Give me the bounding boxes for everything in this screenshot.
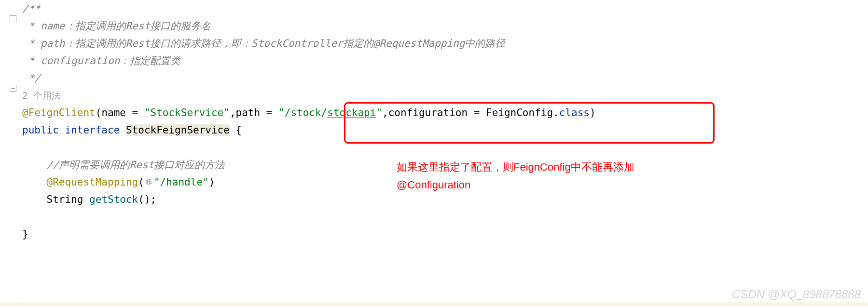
- code-line: * name：指定调用的Rest接口的服务名: [22, 17, 868, 35]
- code-line: }: [22, 226, 868, 243]
- class-name-highlight: StockFeignService: [126, 124, 230, 136]
- fold-icon[interactable]: [10, 15, 16, 22]
- watermark: CSDN @XQ_898878888: [732, 288, 861, 301]
- code-line: [22, 139, 868, 156]
- code-line: @FeignClient(name = "StockService",path …: [22, 104, 868, 121]
- code-line: [22, 208, 868, 226]
- bottom-bar: [0, 302, 868, 306]
- code-editor[interactable]: /** * name：指定调用的Rest接口的服务名 * path：指定调用的R…: [20, 0, 868, 243]
- globe-icon[interactable]: [144, 177, 154, 186]
- fold-icon[interactable]: [10, 85, 16, 92]
- code-line: /**: [22, 0, 868, 17]
- code-line: */: [22, 69, 868, 87]
- annotation-note: 如果这里指定了配置，则FeignConfig中不能再添加 @Configurat…: [397, 158, 634, 194]
- code-line: public interface StockFeignService {: [22, 121, 868, 139]
- code-line: * configuration：指定配置类: [22, 52, 868, 69]
- usages-hint[interactable]: 2 个用法: [22, 87, 868, 104]
- code-line: * path：指定调用的Rest接口的请求路径，即：StockControlle…: [22, 35, 868, 52]
- editor-gutter: [0, 0, 19, 306]
